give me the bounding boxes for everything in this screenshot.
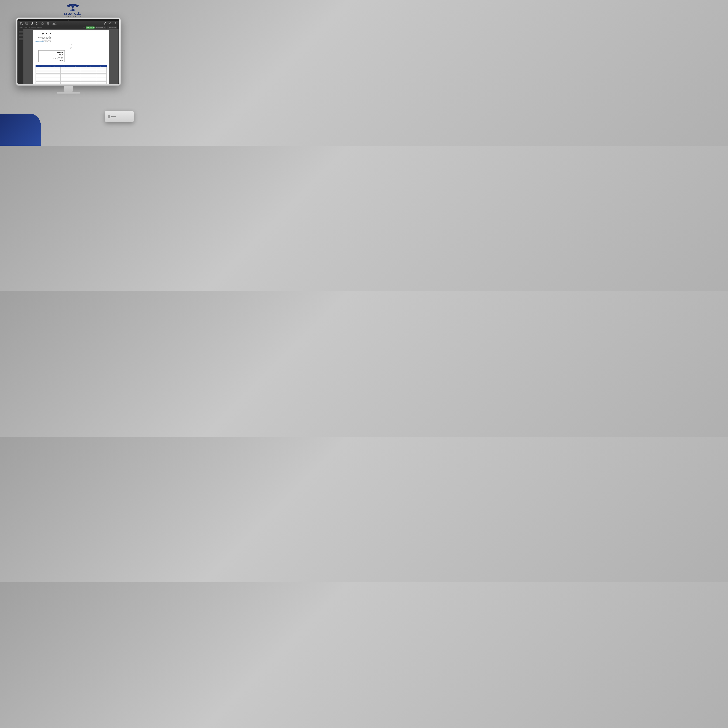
zoom-control[interactable]: 125% ▾	[24, 27, 28, 28]
fax-value: 123.456.7890	[42, 40, 47, 41]
table-cell[interactable]	[46, 80, 60, 81]
sub-toolbar: View 125% ▾ Add Category Plain Table + ب…	[18, 26, 119, 29]
table-cell[interactable]	[46, 76, 60, 78]
table-cell[interactable]	[60, 83, 70, 84]
table-cell[interactable]	[60, 75, 70, 76]
toolbar-chart[interactable]: Chart	[30, 22, 34, 26]
table-cell[interactable]	[70, 75, 80, 76]
table-cell[interactable]	[96, 67, 106, 69]
table-cell[interactable]	[35, 80, 46, 81]
table-cell[interactable]	[35, 78, 46, 80]
toolbar-table[interactable]: Table	[25, 22, 29, 26]
table-cell[interactable]	[46, 81, 60, 83]
toolbar-insert[interactable]: Insert	[20, 22, 23, 26]
table-cell[interactable]	[80, 69, 96, 70]
comment-icon	[53, 22, 56, 24]
add-category-btn[interactable]: Add Category	[29, 27, 35, 28]
toolbar-media[interactable]: Media	[46, 22, 50, 26]
table-cell[interactable]	[60, 76, 70, 78]
tab-invoices[interactable]: بيان فواتير العميل	[86, 26, 95, 29]
table-cell[interactable]	[60, 69, 70, 70]
table-cell[interactable]	[96, 81, 106, 83]
tab-monthly[interactable]: بيان الحساب الشهري	[107, 26, 117, 29]
table-cell[interactable]	[46, 70, 60, 72]
format-button[interactable]: Format	[109, 22, 112, 25]
table-cell[interactable]	[60, 70, 70, 72]
table-cell[interactable]	[60, 67, 70, 69]
table-cell[interactable]	[80, 76, 96, 78]
table-cell[interactable]	[80, 72, 96, 73]
add-tab-button[interactable]: +	[83, 26, 85, 29]
tab-accounts[interactable]: بيان الحسابات المدينة	[95, 26, 106, 29]
share-button[interactable]: Share	[104, 22, 106, 25]
table-cell[interactable]	[46, 67, 60, 69]
table-cell[interactable]	[60, 73, 70, 75]
svg-text:T: T	[37, 22, 37, 24]
document-title-section: كشف الحساب	[35, 44, 107, 46]
toolbar-comment[interactable]: Comment	[51, 22, 57, 26]
table-cell[interactable]	[70, 80, 80, 81]
table-cell[interactable]	[46, 75, 60, 76]
table-cell[interactable]	[96, 76, 106, 78]
invoice-address-title: عنوان الفاتورة	[40, 51, 63, 53]
date-field[interactable]: تاريخ	[65, 47, 77, 49]
table-cell[interactable]	[80, 70, 96, 72]
table-row	[35, 76, 106, 78]
table-cell[interactable]	[46, 78, 60, 80]
table-cell[interactable]	[35, 72, 46, 73]
email-value: someone@yourcompa	[35, 41, 44, 42]
mac-mini-port-2	[112, 116, 116, 117]
table-cell[interactable]	[80, 80, 96, 81]
table-cell[interactable]	[35, 73, 46, 75]
table-cell[interactable]	[96, 78, 106, 80]
table-cell[interactable]	[35, 75, 46, 76]
table-cell[interactable]	[35, 83, 46, 84]
table-cell[interactable]	[80, 67, 96, 69]
view-button[interactable]: View	[20, 27, 23, 28]
table-cell[interactable]	[96, 70, 106, 72]
table-cell[interactable]	[60, 80, 70, 81]
table-cell[interactable]	[80, 78, 96, 80]
table-cell[interactable]	[70, 67, 80, 69]
logo-bird-icon	[66, 3, 80, 12]
toolbar-text[interactable]: T Text	[35, 22, 39, 26]
toolbar-right-actions: Share Format Organize	[104, 22, 117, 25]
table-cell[interactable]	[60, 81, 70, 83]
table-cell[interactable]	[80, 75, 96, 76]
table-cell[interactable]	[46, 72, 60, 73]
table-cell[interactable]	[80, 73, 96, 75]
table-cell[interactable]	[46, 83, 60, 84]
table-cell[interactable]	[35, 69, 46, 70]
table-cell[interactable]	[60, 72, 70, 73]
table-cell[interactable]	[46, 69, 60, 70]
table-cell[interactable]	[96, 72, 106, 73]
table-cell[interactable]	[70, 81, 80, 83]
table-cell[interactable]	[46, 73, 60, 75]
table-cell[interactable]	[35, 70, 46, 72]
table-cell[interactable]	[70, 69, 80, 70]
table-cell[interactable]	[70, 73, 80, 75]
table-cell[interactable]	[35, 81, 46, 83]
table-cell[interactable]	[96, 73, 106, 75]
table-cell[interactable]	[96, 83, 106, 84]
table-cell[interactable]	[96, 75, 106, 76]
table-cell[interactable]	[70, 72, 80, 73]
plain-table-btn[interactable]: Plain Table	[37, 27, 42, 28]
table-cell[interactable]	[35, 76, 46, 78]
table-cell[interactable]	[80, 83, 96, 84]
table-cell[interactable]	[35, 67, 46, 69]
toolbar-shape[interactable]: Shape	[40, 22, 44, 26]
organize-button[interactable]: Organize	[114, 22, 117, 25]
table-cell[interactable]	[60, 78, 70, 80]
table-cell[interactable]	[70, 83, 80, 84]
invoice-address-box: عنوان الفاتورة اسم العميل: شركة الاتصال …	[38, 50, 65, 62]
table-cell[interactable]	[70, 78, 80, 80]
table-cell[interactable]	[70, 70, 80, 72]
table-cell[interactable]	[80, 81, 96, 83]
chart-icon	[31, 22, 33, 24]
table-cell[interactable]	[70, 76, 80, 78]
table-row	[35, 75, 106, 76]
table-cell[interactable]	[96, 80, 106, 81]
table-cell[interactable]	[96, 69, 106, 70]
table-body	[35, 67, 106, 84]
